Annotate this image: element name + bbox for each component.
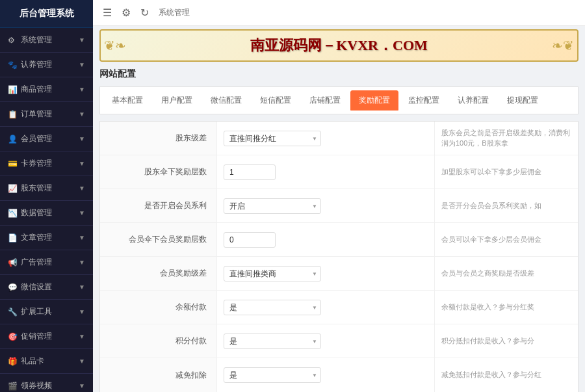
sidebar-item-left-goods: 📊 商品管理	[8, 84, 52, 95]
tab-monitor[interactable]: 监控配置	[400, 90, 448, 111]
wechat-icon: 💬	[8, 283, 17, 292]
config-row-points-payment: 积分付款 是否 积分抵扣付款是收入？参与分	[100, 324, 578, 358]
member-icon: 👤	[8, 135, 17, 144]
select-shareholder-level-diff[interactable]: 直推间推分红其他方式	[224, 131, 321, 146]
sidebar-item-gift[interactable]: 🎁 礼品卡 ▼	[0, 349, 93, 374]
select-balance-payment[interactable]: 是否	[224, 300, 321, 315]
topbar: ☰ ⚙ ↻ 系统管理	[93, 0, 585, 26]
deco-right-icon: ❧❦	[552, 38, 574, 53]
tab-reward[interactable]: 奖励配置	[350, 90, 398, 111]
sidebar-item-article[interactable]: 📄 文章管理 ▼	[0, 226, 93, 250]
sidebar-item-data[interactable]: 📉 数据管理 ▼	[0, 201, 93, 226]
tabs-container: 基本配置用户配置微信配置短信配置店铺配置奖励配置监控配置认养配置提现配置	[99, 86, 578, 114]
sidebar-item-extend[interactable]: 🔧 扩展工具 ▼	[0, 300, 93, 324]
page-title: 网站配置	[99, 68, 578, 80]
select-wrapper-free-deduct: 是否	[224, 367, 321, 383]
sidebar-item-left-data: 📉 数据管理	[8, 207, 52, 218]
config-label-balance-payment: 余额付款	[100, 291, 217, 324]
shareholder-arrow-icon: ▼	[79, 185, 85, 192]
select-free-deduct[interactable]: 是否	[224, 367, 321, 383]
tab-wechat[interactable]: 微信配置	[202, 90, 250, 111]
deco-left-icon: ❦❧	[104, 38, 126, 53]
select-wrapper-member-profit-open: 开启关闭	[224, 198, 321, 214]
menu-icon[interactable]: ☰	[103, 7, 112, 19]
config-value-shareholder-level-diff: 直推间推分红其他方式	[217, 122, 435, 155]
config-row-shareholder-level-diff: 股东级差 直推间推分红其他方式 股东会员之前是否开启级差奖励，消费利润为100元…	[100, 122, 578, 155]
article-arrow-icon: ▼	[79, 234, 85, 241]
config-desc-shareholder-level-diff: 股东会员之前是否开启级差奖励，消费利润为100元，B股东拿	[435, 122, 578, 155]
config-value-shareholder-umbrella-levels	[217, 155, 435, 189]
sidebar-item-left-extend: 🔧 扩展工具	[8, 306, 52, 317]
config-area: 股东级差 直推间推分红其他方式 股东会员之前是否开启级差奖励，消费利润为100元…	[99, 121, 578, 392]
sidebar-item-left-raise: 🐾 认养管理	[8, 59, 52, 70]
config-label-member-level-diff: 会员奖励级差	[100, 257, 217, 290]
config-row-free-deduct: 减免扣除 是否 减免抵扣付款是收入？参与分红	[100, 358, 578, 392]
tab-withdraw[interactable]: 提现配置	[499, 90, 547, 111]
config-label-points-payment: 积分付款	[100, 324, 217, 358]
order-icon: 📋	[8, 110, 17, 119]
config-value-free-deduct: 是否	[217, 358, 435, 392]
sidebar-item-label-video: 领券视频	[21, 380, 52, 391]
sidebar-item-left-shareholder: 📈 股东管理	[8, 183, 52, 194]
sidebar-item-left-ad: 📢 广告管理	[8, 257, 52, 268]
config-desc-member-level-diff: 会员与会员之商奖励是否级差	[435, 257, 578, 290]
card-icon: 💳	[8, 159, 17, 168]
config-desc-text-free-deduct: 减免抵扣付款是收入？参与分红	[441, 370, 541, 380]
sidebar-item-order[interactable]: 📋 订单管理 ▼	[0, 102, 93, 127]
sidebar-item-shareholder[interactable]: 📈 股东管理 ▼	[0, 176, 93, 201]
config-label-member-profit-open: 是否开启会员系利	[100, 189, 217, 222]
sidebar-item-left-system: ⚙ 系统管理	[8, 34, 52, 46]
sidebar-item-member[interactable]: 👤 会员管理 ▼	[0, 127, 93, 151]
data-arrow-icon: ▼	[79, 209, 85, 216]
sidebar-item-label-system: 系统管理	[21, 34, 52, 46]
goods-arrow-icon: ▼	[79, 86, 85, 93]
sidebar-item-left-video: 🎬 领券视频	[8, 380, 52, 391]
sidebar-item-goods[interactable]: 📊 商品管理 ▼	[0, 77, 93, 102]
config-row-member-profit-open: 是否开启会员系利 开启关闭 是否开分会员会员系利奖励，如	[100, 189, 578, 223]
select-wrapper-member-level-diff: 直推间推类商其他方式	[224, 266, 321, 281]
config-desc-member-umbrella-levels: 会员可以伞下拿多少层会员佣金	[435, 223, 578, 256]
config-row-balance-payment: 余额付款 是否 余额付款是收入？参与分红奖	[100, 291, 578, 324]
config-label-member-umbrella-levels: 会员伞下会员奖励层数	[100, 223, 217, 256]
config-desc-text-shareholder-umbrella-levels: 加盟股东可以伞下拿多少层佣金	[441, 167, 541, 177]
tab-store[interactable]: 店铺配置	[301, 90, 349, 111]
select-member-profit-open[interactable]: 开启关闭	[224, 198, 321, 214]
input-shareholder-umbrella-levels[interactable]	[224, 164, 276, 180]
sidebar-item-label-promo: 促销管理	[21, 331, 52, 342]
select-member-level-diff[interactable]: 直推间推类商其他方式	[224, 266, 321, 281]
gift-icon: 🎁	[8, 357, 17, 366]
sidebar-item-raise[interactable]: 🐾 认养管理 ▼	[0, 53, 93, 77]
tab-basic[interactable]: 基本配置	[103, 90, 151, 111]
sidebar-item-label-order: 订单管理	[21, 109, 52, 120]
sidebar-item-card[interactable]: 💳 卡券管理 ▼	[0, 151, 93, 176]
tab-user[interactable]: 用户配置	[153, 90, 201, 111]
select-points-payment[interactable]: 是否	[224, 333, 321, 349]
refresh-icon[interactable]: ↻	[140, 7, 149, 19]
select-wrapper-points-payment: 是否	[224, 333, 321, 349]
sidebar-header: 后台管理系统	[0, 0, 93, 28]
sidebar-item-ad[interactable]: 📢 广告管理 ▼	[0, 250, 93, 275]
config-desc-text-balance-payment: 余额付款是收入？参与分红奖	[441, 302, 534, 312]
sidebar-item-left-order: 📋 订单管理	[8, 109, 52, 120]
sidebar-item-video[interactable]: 🎬 领券视频 ▼	[0, 374, 93, 392]
sidebar-item-promo[interactable]: 🎯 促销管理 ▼	[0, 324, 93, 349]
sidebar-item-wechat[interactable]: 💬 微信设置 ▼	[0, 275, 93, 300]
tab-raise[interactable]: 认养配置	[449, 90, 497, 111]
ad-arrow-icon: ▼	[79, 259, 85, 266]
select-wrapper-balance-payment: 是否	[224, 300, 321, 315]
sidebar-item-label-extend: 扩展工具	[21, 306, 52, 317]
config-desc-free-deduct: 减免抵扣付款是收入？参与分红	[435, 358, 578, 392]
sidebar-item-label-goods: 商品管理	[21, 84, 52, 95]
shareholder-icon: 📈	[8, 184, 17, 193]
order-arrow-icon: ▼	[79, 111, 85, 118]
video-arrow-icon: ▼	[79, 382, 85, 389]
config-value-balance-payment: 是否	[217, 291, 435, 324]
input-member-umbrella-levels[interactable]	[224, 232, 276, 248]
sidebar-item-system[interactable]: ⚙ 系统管理 ▼	[0, 28, 93, 53]
config-desc-text-member-level-diff: 会员与会员之商奖励是否级差	[441, 268, 534, 278]
config-row-shareholder-umbrella-levels: 股东伞下奖励层数 加盟股东可以伞下拿多少层佣金	[100, 155, 578, 189]
tab-sms[interactable]: 短信配置	[252, 90, 300, 111]
settings-icon[interactable]: ⚙	[122, 7, 131, 19]
article-icon: 📄	[8, 233, 17, 242]
sidebar-item-label-ad: 广告管理	[21, 257, 52, 268]
